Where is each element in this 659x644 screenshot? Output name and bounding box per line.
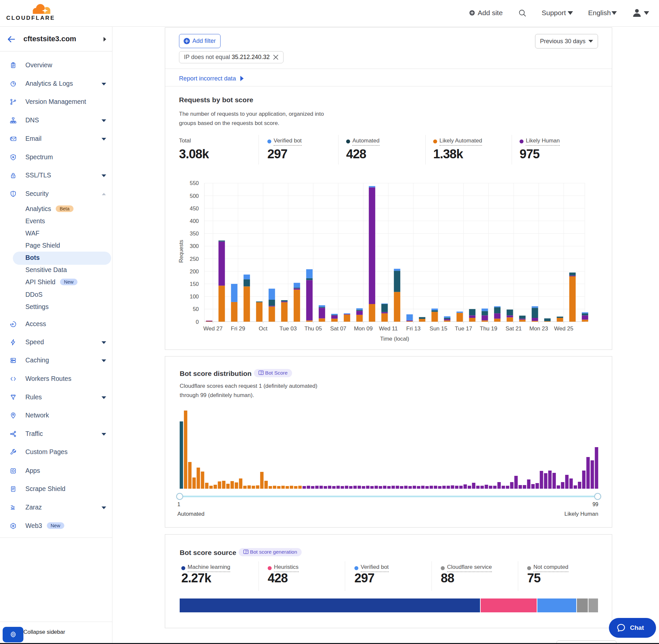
- svg-text:300: 300: [190, 243, 199, 249]
- svg-text:Fri 13: Fri 13: [406, 325, 420, 332]
- svg-text:Thu 05: Thu 05: [305, 325, 322, 332]
- svg-text:50: 50: [193, 306, 199, 312]
- svg-text:Tue 17: Tue 17: [455, 325, 472, 332]
- svg-text:Wed 27: Wed 27: [204, 325, 222, 332]
- svg-text:Wed 11: Wed 11: [379, 325, 398, 332]
- svg-text:500: 500: [190, 193, 199, 199]
- svg-text:100: 100: [190, 294, 199, 299]
- svg-text:Thu 19: Thu 19: [480, 325, 497, 332]
- svg-text:Tue 03: Tue 03: [280, 325, 297, 332]
- svg-text:150: 150: [190, 281, 199, 287]
- svg-text:Oct: Oct: [259, 325, 268, 332]
- svg-text:250: 250: [190, 256, 199, 262]
- svg-text:350: 350: [190, 230, 199, 236]
- svg-text:0: 0: [196, 319, 199, 325]
- svg-text:Sat 21: Sat 21: [505, 325, 521, 332]
- svg-text:Sat 07: Sat 07: [330, 325, 346, 332]
- svg-text:400: 400: [190, 218, 199, 224]
- svg-text:550: 550: [190, 180, 199, 186]
- svg-text:Mon 09: Mon 09: [354, 325, 373, 332]
- svg-text:200: 200: [190, 269, 199, 274]
- svg-text:Requests: Requests: [178, 240, 184, 263]
- svg-text:Time (local): Time (local): [380, 336, 409, 342]
- svg-text:Sun 15: Sun 15: [429, 325, 447, 332]
- svg-text:Wed 25: Wed 25: [554, 325, 573, 332]
- svg-text:Fri 29: Fri 29: [231, 325, 245, 332]
- svg-text:450: 450: [190, 205, 199, 211]
- svg-text:Mon 23: Mon 23: [529, 325, 548, 332]
